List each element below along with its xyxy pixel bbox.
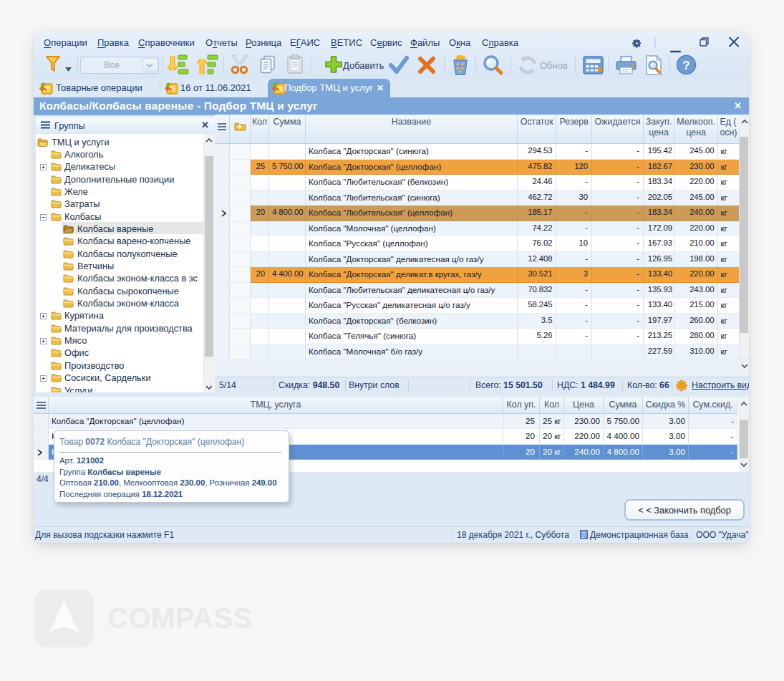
- svg-text:?: ?: [682, 59, 689, 72]
